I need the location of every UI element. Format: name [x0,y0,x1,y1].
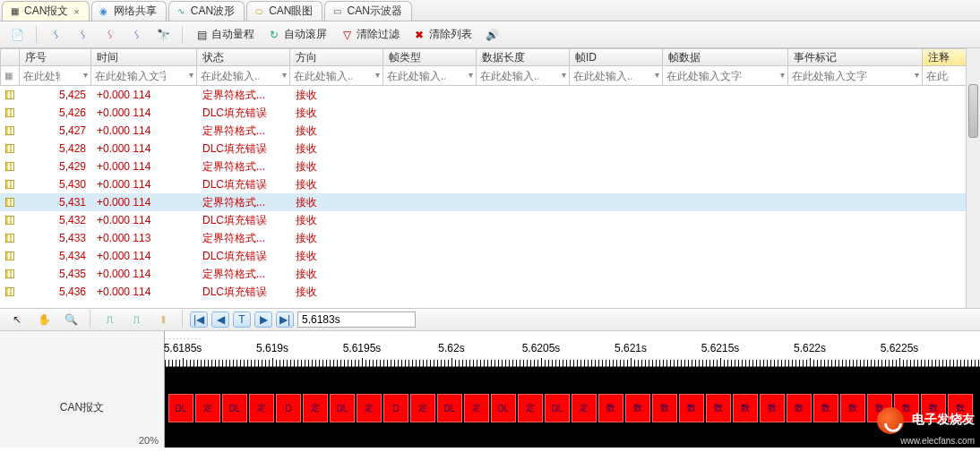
frame-block[interactable]: 数 [867,394,892,422]
filter-input[interactable] [792,70,891,82]
clear-list-button[interactable]: ✖清除列表 [408,25,477,45]
filter-input[interactable] [480,70,538,82]
vertical-scrollbar[interactable] [966,48,980,308]
nav-next[interactable]: ▶ [254,311,272,328]
col-dir[interactable]: 方向 [290,48,383,66]
frame-block[interactable]: 数 [948,394,973,422]
tool-button-3[interactable]: ᛊ [98,25,121,45]
filter-fid[interactable]: ▾ [570,66,663,86]
filter-input[interactable] [23,70,60,82]
funnel-icon[interactable]: ▾ [915,70,919,80]
frame-block[interactable]: 定 [464,394,489,422]
pointer-tool[interactable]: ↖ [5,310,29,329]
tool-button-2[interactable]: ᛊ [71,25,94,45]
filter-dlen[interactable]: ▾ [477,66,570,86]
frame-block[interactable]: 定 [410,394,435,422]
tab-network-share[interactable]: ◉ 网络共享 [91,1,167,21]
col-frame-type[interactable]: 帧类型 [383,48,477,66]
funnel-icon[interactable]: ▾ [655,70,659,80]
tool-button-1[interactable]: ᛊ [44,25,67,45]
table-row[interactable]: 5,436+0.000 114DLC填充错误接收 [0,283,980,301]
filter-input[interactable] [95,70,166,82]
filter-icon-cell[interactable]: ▦ [0,66,20,86]
col-state[interactable]: 状态 [197,48,290,66]
ruler[interactable]: .......... 5.6185s5.619s5.6195s5.62s5.62… [0,331,980,367]
nav-center[interactable]: T [233,311,251,328]
tab-can-wave[interactable]: ∿ CAN波形 [168,1,245,21]
table-row[interactable]: 5,425+0.000 114定界符格式...接收 [0,86,980,104]
frame-block[interactable]: 数 [625,394,650,422]
col-seq[interactable]: 序号 [20,48,91,66]
sound-button[interactable]: 🔊 [480,25,503,45]
tool-button-4[interactable]: ᛊ [125,25,148,45]
binoculars-button[interactable]: 🔭 [151,25,175,45]
frame-block[interactable]: 定 [249,394,274,422]
nav-prev[interactable]: ◀ [211,311,229,328]
filter-seq[interactable]: ▾ [20,66,91,86]
frame-block[interactable]: DL [168,394,193,422]
bars-tool[interactable]: ⦀ [151,310,175,329]
funnel-icon[interactable]: ▾ [562,70,566,80]
funnel-icon[interactable]: ▾ [83,70,88,80]
table-row[interactable]: 5,435+0.000 114定界符格式...接收 [0,265,980,283]
table-row[interactable]: 5,429+0.000 114定界符格式...接收 [0,158,980,175]
funnel-icon[interactable]: ▾ [469,70,473,80]
col-frame-data[interactable]: 帧数据 [663,48,788,66]
table-row[interactable]: 5,426+0.000 114DLC填充错误接收 [0,104,980,122]
time-input[interactable] [297,311,416,328]
table-row[interactable]: 5,430+0.000 114DLC填充错误接收 [0,175,980,193]
table-row[interactable]: 5,431+0.000 114定界符格式...接收 [0,193,980,211]
frame-block[interactable]: 定 [357,394,382,422]
filter-input[interactable] [294,70,352,82]
filter-ftype[interactable]: ▾ [383,66,477,86]
filter-event[interactable]: ▾ [788,66,923,86]
frame-block[interactable]: 定 [572,394,597,422]
frame-block[interactable]: 数 [840,394,865,422]
marker-tool-2[interactable]: ⎍ [125,310,148,329]
nav-last[interactable]: ▶| [276,311,294,328]
auto-scroll-button[interactable]: ↻自动滚屏 [262,25,331,45]
frame-block[interactable]: 数 [921,394,946,422]
tab-can-message[interactable]: ▦ CAN报文 × [2,1,90,21]
filter-state[interactable]: ▾ [197,66,290,86]
col-icon[interactable] [0,48,20,66]
clear-filter-button[interactable]: ▽清除过滤 [335,25,404,45]
scrollbar-thumb[interactable] [968,84,978,138]
frame-block[interactable]: 定 [195,394,220,422]
table-row[interactable]: 5,427+0.000 114定界符格式...接收 [0,122,980,140]
funnel-icon[interactable]: ▾ [375,70,380,80]
filter-fdata[interactable]: ▾ [663,66,788,86]
funnel-icon[interactable]: ▾ [282,70,287,80]
table-row[interactable]: 5,432+0.000 114DLC填充错误接收 [0,211,980,229]
frame-block[interactable]: 数 [598,394,623,422]
close-icon[interactable]: × [73,6,79,17]
frame-block[interactable]: 数 [733,394,758,422]
col-frame-id[interactable]: 帧ID [570,48,663,66]
frame-block[interactable]: 数 [679,394,704,422]
funnel-icon[interactable]: ▾ [780,70,785,80]
frame-block[interactable]: DL [330,394,355,422]
frame-block[interactable]: 数 [706,394,731,422]
table-row[interactable]: 5,433+0.000 113定界符格式...接收 [0,229,980,247]
auto-range-button[interactable]: ▤自动量程 [190,25,259,45]
ruler-scale[interactable]: 5.6185s5.619s5.6195s5.62s5.6205s5.621s5.… [165,331,980,367]
filter-input[interactable] [201,70,259,82]
grid-body[interactable]: 5,425+0.000 114定界符格式...接收5,426+0.000 114… [0,86,980,308]
frame-block[interactable]: DL [491,394,516,422]
frame-block[interactable]: 数 [787,394,812,422]
tab-can-eye[interactable]: ⬭ CAN眼图 [246,1,322,21]
filter-dir[interactable]: ▾ [290,66,383,86]
frame-block[interactable]: 数 [813,394,838,422]
frame-block[interactable]: 定 [303,394,328,422]
track[interactable]: DL定DL定D定DL定D定DL定DL定DL定数数数数数数数数数数数数数数 [165,367,980,448]
hand-tool[interactable]: ✋ [32,310,56,329]
frame-block[interactable]: 数 [652,394,677,422]
table-row[interactable]: 5,434+0.000 114DLC填充错误接收 [0,247,980,265]
table-row[interactable]: 5,428+0.000 114DLC填充错误接收 [0,140,980,158]
col-event-mark[interactable]: 事件标记 [788,48,923,66]
track-label[interactable]: CAN报文 20% [0,367,165,448]
frame-block[interactable]: 数 [760,394,785,422]
frame-block[interactable]: D [276,394,301,422]
col-time[interactable]: 时间 [91,48,197,66]
frame-block[interactable]: DL [545,394,570,422]
